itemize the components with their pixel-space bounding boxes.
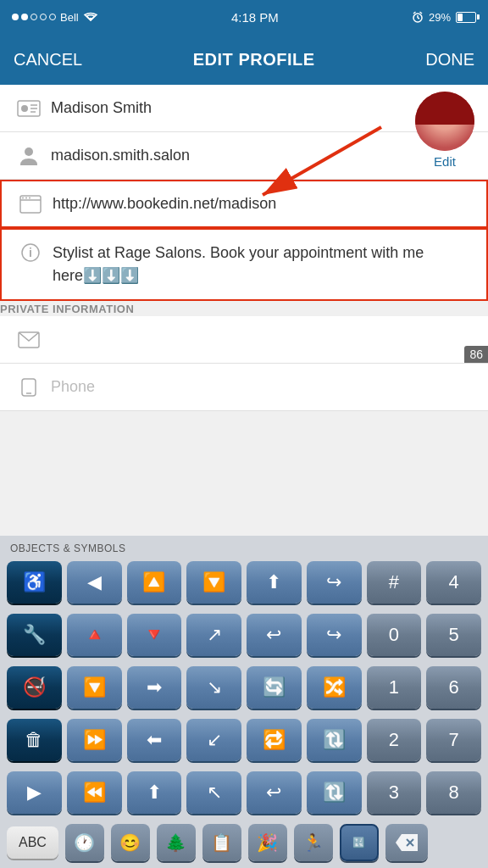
emoji-key-8[interactable]: 8 [426, 771, 481, 814]
emoji-key-wrench[interactable]: 🔧 [7, 614, 62, 656]
emoji-key-down-double[interactable]: 🔽 [186, 561, 241, 604]
emoji-key-cw[interactable]: ↪ [307, 614, 362, 656]
emoji-grid-row4: 🗑 ⏩ ⬅ ↙ 🔁 🔃 2 7 [0, 715, 488, 768]
info-icon: i [15, 243, 46, 262]
emoji-key-4[interactable]: 4 [426, 561, 481, 604]
emoji-key-up-arrow2[interactable]: ⬆ [127, 771, 182, 814]
emoji-key-undo[interactable]: ↩ [247, 771, 302, 814]
wifi-icon [83, 11, 98, 23]
emoji-key-shuffle[interactable]: 🔀 [307, 666, 362, 709]
char-counter: 86 [464, 346, 488, 363]
emoji-key-down-small[interactable]: 🔻 [127, 614, 182, 656]
emoji-key-left-arrow[interactable]: ⬅ [127, 719, 182, 761]
website-row: http://www.bookedin.net/madison [0, 180, 488, 228]
phone-row: Phone [0, 364, 488, 411]
email-icon [14, 331, 44, 348]
alarm-icon [412, 11, 424, 23]
bio-value[interactable]: Stylist at Rage Salons. Book your appoin… [46, 242, 473, 287]
delete-button[interactable] [385, 824, 428, 861]
profile-photo-hair [415, 92, 474, 125]
emoji-key-sw[interactable]: ↙ [186, 719, 241, 761]
abc-button[interactable]: ABC [7, 826, 58, 859]
battery-fill [458, 14, 463, 21]
symbols-button[interactable]: 🔣 [340, 824, 379, 861]
dot5 [49, 14, 56, 20]
emoji-key-return[interactable]: ↩ [247, 614, 302, 656]
emoji-key-hash[interactable]: # [367, 561, 422, 604]
dot2 [21, 14, 28, 20]
emoji-key-sync2[interactable]: 🔃 [307, 771, 362, 814]
emoji-key-down-arrow[interactable]: 🔽 [67, 666, 122, 709]
status-right: 29% [412, 11, 476, 24]
done-button[interactable]: DONE [425, 50, 474, 70]
emoji-key-up-arrow[interactable]: ⬆ [247, 561, 302, 604]
svg-point-8 [25, 147, 33, 156]
emoji-key-7[interactable]: 7 [426, 719, 481, 761]
activities-button[interactable]: 🎉 [248, 824, 287, 861]
emoji-grid-row5: ▶ ⏪ ⬆ ↖ ↩ 🔃 3 8 [0, 768, 488, 821]
emoji-key-3[interactable]: 3 [367, 771, 422, 814]
emoji-key-ne[interactable]: ↗ [186, 614, 241, 656]
objects-button[interactable]: 📋 [202, 824, 241, 861]
phone-placeholder[interactable]: Phone [44, 376, 474, 398]
emoji-key-2[interactable]: 2 [367, 719, 422, 761]
emoji-key-0[interactable]: 0 [367, 614, 422, 656]
private-info-label: PRIVATE INFORMATION [0, 303, 134, 315]
clock-button[interactable]: 🕐 [65, 824, 104, 861]
emoji-key-left[interactable]: ◀ [67, 561, 122, 604]
cancel-button[interactable]: CANCEL [14, 50, 82, 70]
emoji-key-1[interactable]: 1 [367, 666, 422, 709]
emoji-key-5[interactable]: 5 [426, 614, 481, 656]
carrier-label: Bell [60, 11, 79, 24]
emoji-button[interactable]: 😊 [111, 824, 150, 861]
svg-point-4 [21, 105, 28, 112]
emoji-key-refresh[interactable]: 🔄 [247, 666, 302, 709]
emoji-grid-row1: ♿ ◀ 🔼 🔽 ⬆ ↪ # 4 [0, 558, 488, 610]
nav-bar: CANCEL EDIT PROFILE DONE [0, 34, 488, 85]
email-input[interactable] [44, 329, 474, 350]
emoji-key-repeat1[interactable]: 🔁 [247, 719, 302, 761]
emoji-grid-row3: 🚭 🔽 ➡ ↘ 🔄 🔀 1 6 [0, 663, 488, 715]
emoji-key-nosmoking[interactable]: 🚭 [7, 666, 62, 709]
bio-row: i Stylist at Rage Salons. Book your appo… [0, 228, 488, 301]
emoji-key-up-small[interactable]: 🔺 [67, 614, 122, 656]
keyboard-section-label: OBJECTS & SYMBOLS [0, 536, 488, 558]
contact-icon [14, 99, 44, 118]
emoji-key-6[interactable]: 6 [426, 666, 481, 709]
svg-point-12 [25, 197, 27, 198]
svg-point-11 [22, 197, 24, 198]
private-info-section-header: PRIVATE INFORMATION [0, 301, 488, 316]
emoji-key-right[interactable]: ➡ [127, 666, 182, 709]
emoji-key-play[interactable]: ▶ [7, 771, 62, 814]
emoji-key-trash[interactable]: 🗑 [7, 719, 62, 761]
emoji-key-sync[interactable]: 🔃 [307, 719, 362, 761]
dot4 [40, 14, 47, 20]
emoji-key-up-double[interactable]: 🔼 [127, 561, 182, 604]
keyboard-bottom-row: ABC 🕐 😊 🌲 📋 🎉 🏃 🔣 [0, 821, 488, 868]
emoji-key-nw[interactable]: ↖ [186, 771, 241, 814]
form-area: Madison Smith Edit madison.smith.salon [0, 85, 488, 301]
emoji-key-return-up[interactable]: ↪ [307, 561, 362, 604]
nature-button[interactable]: 🌲 [157, 824, 196, 861]
username-value[interactable]: madison.smith.salon [44, 145, 474, 166]
battery-icon [456, 12, 476, 23]
emoji-key-se[interactable]: ↘ [186, 666, 241, 709]
username-row: madison.smith.salon [0, 132, 488, 180]
browser-icon [15, 195, 46, 214]
emoji-key-wheelchair[interactable]: ♿ [7, 561, 62, 604]
status-left: Bell [12, 11, 98, 24]
dot1 [12, 14, 19, 20]
signal-dots [12, 14, 56, 20]
svg-point-13 [29, 197, 30, 198]
website-value[interactable]: http://www.bookedin.net/madison [46, 193, 473, 214]
emoji-key-rewind[interactable]: ⏪ [67, 771, 122, 814]
status-bar: Bell 4:18 PM 29% [0, 0, 488, 34]
travel-button[interactable]: 🏃 [294, 824, 333, 861]
status-time: 4:18 PM [231, 10, 279, 25]
email-row: 86 [0, 316, 488, 364]
page-title: EDIT PROFILE [193, 50, 315, 70]
emoji-grid-row2: 🔧 🔺 🔻 ↗ ↩ ↪ 0 5 [0, 610, 488, 663]
name-value[interactable]: Madison Smith [44, 97, 395, 119]
svg-line-2 [418, 18, 419, 19]
emoji-key-fast-forward[interactable]: ⏩ [67, 719, 122, 761]
